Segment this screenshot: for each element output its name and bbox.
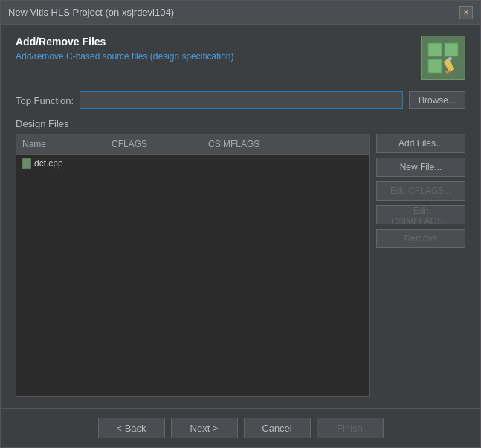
svg-rect-1 [445,43,458,56]
col-csimflags: CSIMFLAGS [202,137,369,151]
dialog-footer: < Back Next > Cancel Finish [1,408,480,447]
top-function-input[interactable] [80,91,403,109]
col-name: Name [16,137,106,151]
close-button[interactable]: × [459,6,473,19]
file-name-cell: dct.cpp [16,157,106,170]
finish-button[interactable]: Finish [317,418,384,438]
back-button[interactable]: < Back [98,418,165,438]
header-section: Add/Remove Files Add/remove C-based sour… [16,36,465,80]
add-files-button[interactable]: Add Files... [376,134,465,153]
file-icon [22,158,31,169]
top-function-row: Top Function: Browse... [16,91,465,109]
svg-marker-4 [445,70,451,74]
table-body: dct.cpp [16,155,369,396]
next-button[interactable]: Next > [171,418,238,438]
top-function-label: Top Function: [16,95,74,106]
svg-rect-2 [428,59,442,73]
dialog-title: New Vitis HLS Project (on xsjrdevl104) [8,7,174,18]
header-icon [421,36,465,80]
dialog-content: Add/Remove Files Add/remove C-based sour… [1,25,480,408]
side-buttons: Add Files... New File... Edit CFLAGS... … [376,134,465,397]
title-bar: New Vitis HLS Project (on xsjrdevl104) × [1,1,480,25]
header-text: Add/Remove Files Add/remove C-based sour… [16,36,233,62]
cancel-button[interactable]: Cancel [244,418,311,438]
file-name: dct.cpp [34,158,63,169]
design-files-table: Name CFLAGS CSIMFLAGS dct.cpp [16,134,370,397]
file-cflags [106,162,202,165]
remove-button[interactable]: Remove [376,229,465,248]
section-heading: Add/Remove Files [16,36,233,48]
table-row[interactable]: dct.cpp [16,155,369,172]
edit-csimflags-button[interactable]: Edit CSIMFLAGS... [376,205,465,224]
table-header: Name CFLAGS CSIMFLAGS [16,134,369,155]
project-icon [425,40,461,76]
browse-button[interactable]: Browse... [409,91,465,109]
col-cflags: CFLAGS [106,137,202,151]
file-csimflags [202,162,214,165]
design-files-label: Design Files [16,118,465,129]
edit-cflags-button[interactable]: Edit CFLAGS... [376,181,465,201]
new-file-button[interactable]: New File... [376,158,465,177]
dialog-window: New Vitis HLS Project (on xsjrdevl104) ×… [0,0,481,448]
design-files-section: Name CFLAGS CSIMFLAGS dct.cpp [16,134,465,397]
svg-rect-0 [428,43,442,56]
section-subtext: Add/remove C-based source files (design … [16,51,233,62]
